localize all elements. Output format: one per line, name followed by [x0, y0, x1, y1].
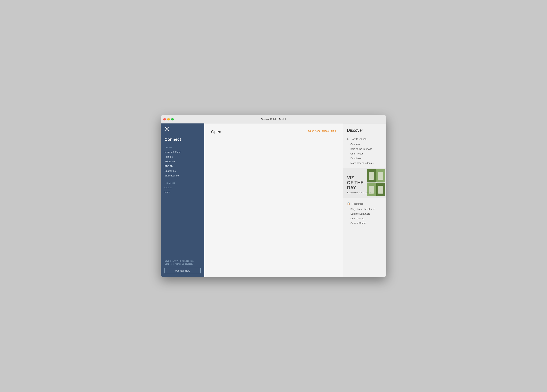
svg-point-8 — [167, 129, 168, 130]
viz-explore-link[interactable]: Explore viz of the day → — [347, 191, 371, 194]
sidebar-bottom: Save locally. Work with big data. Connec… — [161, 257, 204, 277]
close-button[interactable] — [163, 118, 166, 121]
sample-data-link[interactable]: Sample Data Sets — [343, 211, 386, 216]
open-panel: Open Open from Tableau Public — [204, 123, 343, 277]
open-from-tableau-link[interactable]: Open from Tableau Public — [308, 129, 336, 132]
viz-of-day[interactable]: VIZ OF THE DAY Explore viz of the day → — [343, 168, 386, 198]
resources-icon: 📋 — [347, 202, 350, 205]
resources-section: 📋 Resources Blog - Read latest post Samp… — [343, 201, 386, 225]
sidebar-item-pdf[interactable]: PDF file — [161, 164, 204, 169]
chevron-right-icon: › — [200, 191, 201, 194]
to-file-label: To a File — [161, 145, 204, 150]
viz-thumb-4 — [376, 183, 385, 196]
dashboard-link[interactable]: Dashboard — [343, 156, 386, 161]
discover-title: Discover — [343, 123, 386, 136]
tableau-logo — [161, 123, 204, 135]
overview-link[interactable]: Overview — [343, 142, 386, 147]
open-title: Open — [211, 129, 221, 134]
sidebar-item-more[interactable]: More... › — [161, 190, 204, 195]
to-server-label: To a Server — [161, 180, 204, 185]
resources-header: 📋 Resources — [343, 201, 386, 207]
connect-title: Connect — [161, 135, 204, 145]
sidebar-item-excel[interactable]: Microsoft Excel — [161, 150, 204, 155]
discover-panel: Discover ▶ How-to Videos Overview Intro … — [343, 123, 386, 277]
how-to-videos-section: ▶ How-to Videos Overview Intro to the In… — [343, 136, 386, 165]
play-icon: ▶ — [347, 137, 349, 140]
sidebar-item-statistical[interactable]: Statistical file — [161, 173, 204, 178]
app-window: Tableau Public - Book1 Connect — [161, 115, 386, 277]
svg-line-6 — [168, 128, 169, 129]
upgrade-now-button[interactable]: Upgrade Now — [164, 268, 201, 274]
minimize-button[interactable] — [167, 118, 170, 121]
current-status-link[interactable]: Current Status — [343, 221, 386, 225]
sidebar-item-json[interactable]: JSON file — [161, 159, 204, 164]
how-to-videos-header: ▶ How-to Videos — [343, 136, 386, 142]
svg-line-7 — [166, 130, 167, 131]
more-videos-link[interactable]: More how-to videos... — [343, 161, 386, 165]
viz-content: VIZ OF THE DAY Explore viz of the day → — [343, 172, 375, 198]
window-title: Tableau Public - Book1 — [261, 118, 286, 121]
upgrade-description: Save locally. Work with big data. Connec… — [164, 259, 201, 265]
sidebar-item-text-file[interactable]: Text file — [161, 155, 204, 159]
viz-thumb-2 — [376, 169, 385, 182]
intro-interface-link[interactable]: Intro to the Interface — [343, 147, 386, 151]
chart-types-link[interactable]: Chart Types — [343, 151, 386, 156]
live-training-link[interactable]: Live Training — [343, 216, 386, 221]
sidebar-item-odata[interactable]: OData — [161, 185, 204, 190]
svg-line-4 — [166, 128, 167, 129]
sidebar: Connect To a File Microsoft Excel Text f… — [161, 123, 204, 277]
resources-label: Resources — [352, 203, 363, 205]
sidebar-item-spatial[interactable]: Spatial file — [161, 169, 204, 173]
maximize-button[interactable] — [171, 118, 174, 121]
title-bar: Tableau Public - Book1 — [161, 115, 386, 123]
svg-line-5 — [168, 130, 169, 131]
main-layout: Connect To a File Microsoft Excel Text f… — [161, 123, 386, 277]
blog-link[interactable]: Blog - Read latest post — [343, 207, 386, 211]
viz-title: VIZ OF THE DAY — [347, 175, 371, 190]
how-to-videos-label: How-to Videos — [351, 138, 366, 140]
traffic-lights — [163, 118, 174, 121]
